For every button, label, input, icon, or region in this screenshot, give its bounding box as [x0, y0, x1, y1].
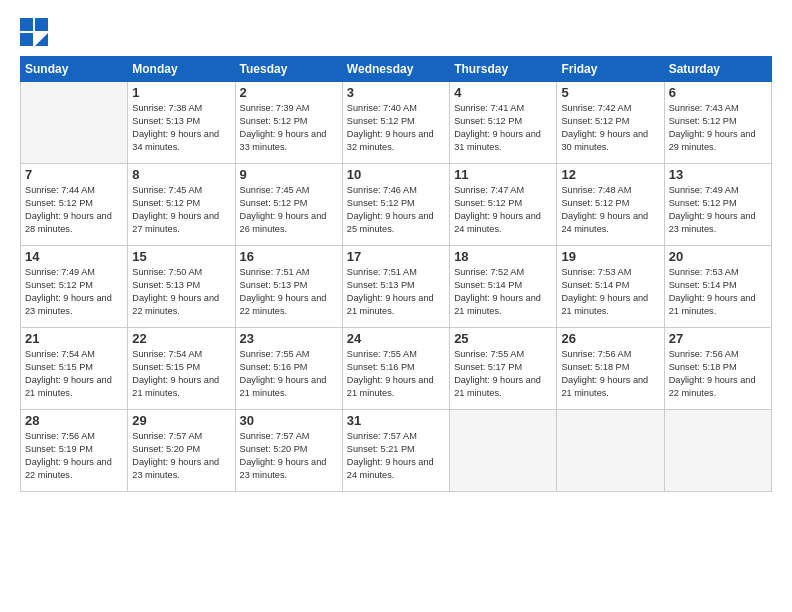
day-info: Sunrise: 7:57 AMSunset: 5:20 PMDaylight:… [132, 430, 230, 482]
page: SundayMondayTuesdayWednesdayThursdayFrid… [0, 0, 792, 612]
calendar-day-cell: 29Sunrise: 7:57 AMSunset: 5:20 PMDayligh… [128, 410, 235, 492]
calendar-day-cell: 1Sunrise: 7:38 AMSunset: 5:13 PMDaylight… [128, 82, 235, 164]
day-info: Sunrise: 7:46 AMSunset: 5:12 PMDaylight:… [347, 184, 445, 236]
weekday-header: Tuesday [235, 57, 342, 82]
calendar-day-cell: 21Sunrise: 7:54 AMSunset: 5:15 PMDayligh… [21, 328, 128, 410]
calendar-day-cell: 20Sunrise: 7:53 AMSunset: 5:14 PMDayligh… [664, 246, 771, 328]
calendar-header: SundayMondayTuesdayWednesdayThursdayFrid… [21, 57, 772, 82]
calendar-day-cell: 16Sunrise: 7:51 AMSunset: 5:13 PMDayligh… [235, 246, 342, 328]
day-number: 3 [347, 85, 445, 100]
day-info: Sunrise: 7:56 AMSunset: 5:19 PMDaylight:… [25, 430, 123, 482]
day-info: Sunrise: 7:53 AMSunset: 5:14 PMDaylight:… [669, 266, 767, 318]
calendar-day-cell: 14Sunrise: 7:49 AMSunset: 5:12 PMDayligh… [21, 246, 128, 328]
day-number: 12 [561, 167, 659, 182]
day-info: Sunrise: 7:47 AMSunset: 5:12 PMDaylight:… [454, 184, 552, 236]
day-info: Sunrise: 7:43 AMSunset: 5:12 PMDaylight:… [669, 102, 767, 154]
day-info: Sunrise: 7:41 AMSunset: 5:12 PMDaylight:… [454, 102, 552, 154]
day-info: Sunrise: 7:49 AMSunset: 5:12 PMDaylight:… [25, 266, 123, 318]
calendar-day-cell [557, 410, 664, 492]
day-info: Sunrise: 7:44 AMSunset: 5:12 PMDaylight:… [25, 184, 123, 236]
calendar-day-cell: 12Sunrise: 7:48 AMSunset: 5:12 PMDayligh… [557, 164, 664, 246]
weekday-header: Monday [128, 57, 235, 82]
day-info: Sunrise: 7:55 AMSunset: 5:17 PMDaylight:… [454, 348, 552, 400]
calendar-day-cell: 26Sunrise: 7:56 AMSunset: 5:18 PMDayligh… [557, 328, 664, 410]
day-info: Sunrise: 7:51 AMSunset: 5:13 PMDaylight:… [240, 266, 338, 318]
calendar-day-cell: 30Sunrise: 7:57 AMSunset: 5:20 PMDayligh… [235, 410, 342, 492]
day-number: 13 [669, 167, 767, 182]
day-number: 19 [561, 249, 659, 264]
day-number: 11 [454, 167, 552, 182]
day-info: Sunrise: 7:42 AMSunset: 5:12 PMDaylight:… [561, 102, 659, 154]
calendar-day-cell: 13Sunrise: 7:49 AMSunset: 5:12 PMDayligh… [664, 164, 771, 246]
day-info: Sunrise: 7:55 AMSunset: 5:16 PMDaylight:… [347, 348, 445, 400]
svg-rect-0 [20, 18, 33, 31]
day-number: 6 [669, 85, 767, 100]
day-info: Sunrise: 7:45 AMSunset: 5:12 PMDaylight:… [240, 184, 338, 236]
calendar-week-row: 21Sunrise: 7:54 AMSunset: 5:15 PMDayligh… [21, 328, 772, 410]
calendar-day-cell: 6Sunrise: 7:43 AMSunset: 5:12 PMDaylight… [664, 82, 771, 164]
day-number: 17 [347, 249, 445, 264]
calendar: SundayMondayTuesdayWednesdayThursdayFrid… [20, 56, 772, 492]
logo-icon [20, 18, 48, 46]
day-number: 9 [240, 167, 338, 182]
day-number: 14 [25, 249, 123, 264]
day-info: Sunrise: 7:40 AMSunset: 5:12 PMDaylight:… [347, 102, 445, 154]
calendar-day-cell: 25Sunrise: 7:55 AMSunset: 5:17 PMDayligh… [450, 328, 557, 410]
day-info: Sunrise: 7:48 AMSunset: 5:12 PMDaylight:… [561, 184, 659, 236]
svg-rect-2 [20, 33, 33, 46]
day-number: 2 [240, 85, 338, 100]
day-number: 5 [561, 85, 659, 100]
day-number: 15 [132, 249, 230, 264]
calendar-day-cell: 24Sunrise: 7:55 AMSunset: 5:16 PMDayligh… [342, 328, 449, 410]
calendar-day-cell: 9Sunrise: 7:45 AMSunset: 5:12 PMDaylight… [235, 164, 342, 246]
day-info: Sunrise: 7:50 AMSunset: 5:13 PMDaylight:… [132, 266, 230, 318]
day-info: Sunrise: 7:56 AMSunset: 5:18 PMDaylight:… [561, 348, 659, 400]
day-number: 28 [25, 413, 123, 428]
logo [20, 18, 52, 46]
day-number: 10 [347, 167, 445, 182]
calendar-day-cell: 2Sunrise: 7:39 AMSunset: 5:12 PMDaylight… [235, 82, 342, 164]
day-number: 20 [669, 249, 767, 264]
calendar-day-cell: 17Sunrise: 7:51 AMSunset: 5:13 PMDayligh… [342, 246, 449, 328]
calendar-day-cell: 19Sunrise: 7:53 AMSunset: 5:14 PMDayligh… [557, 246, 664, 328]
day-number: 27 [669, 331, 767, 346]
day-number: 7 [25, 167, 123, 182]
day-number: 18 [454, 249, 552, 264]
day-info: Sunrise: 7:57 AMSunset: 5:21 PMDaylight:… [347, 430, 445, 482]
calendar-day-cell [21, 82, 128, 164]
day-number: 24 [347, 331, 445, 346]
day-number: 4 [454, 85, 552, 100]
day-info: Sunrise: 7:54 AMSunset: 5:15 PMDaylight:… [25, 348, 123, 400]
calendar-day-cell: 23Sunrise: 7:55 AMSunset: 5:16 PMDayligh… [235, 328, 342, 410]
day-info: Sunrise: 7:55 AMSunset: 5:16 PMDaylight:… [240, 348, 338, 400]
weekday-row: SundayMondayTuesdayWednesdayThursdayFrid… [21, 57, 772, 82]
day-info: Sunrise: 7:49 AMSunset: 5:12 PMDaylight:… [669, 184, 767, 236]
day-info: Sunrise: 7:54 AMSunset: 5:15 PMDaylight:… [132, 348, 230, 400]
day-number: 22 [132, 331, 230, 346]
calendar-week-row: 1Sunrise: 7:38 AMSunset: 5:13 PMDaylight… [21, 82, 772, 164]
calendar-day-cell: 15Sunrise: 7:50 AMSunset: 5:13 PMDayligh… [128, 246, 235, 328]
calendar-day-cell: 4Sunrise: 7:41 AMSunset: 5:12 PMDaylight… [450, 82, 557, 164]
day-info: Sunrise: 7:39 AMSunset: 5:12 PMDaylight:… [240, 102, 338, 154]
day-info: Sunrise: 7:56 AMSunset: 5:18 PMDaylight:… [669, 348, 767, 400]
day-number: 16 [240, 249, 338, 264]
weekday-header: Wednesday [342, 57, 449, 82]
calendar-day-cell [664, 410, 771, 492]
day-number: 21 [25, 331, 123, 346]
weekday-header: Saturday [664, 57, 771, 82]
day-info: Sunrise: 7:38 AMSunset: 5:13 PMDaylight:… [132, 102, 230, 154]
calendar-week-row: 14Sunrise: 7:49 AMSunset: 5:12 PMDayligh… [21, 246, 772, 328]
day-number: 8 [132, 167, 230, 182]
day-number: 23 [240, 331, 338, 346]
day-number: 30 [240, 413, 338, 428]
calendar-day-cell: 11Sunrise: 7:47 AMSunset: 5:12 PMDayligh… [450, 164, 557, 246]
day-info: Sunrise: 7:51 AMSunset: 5:13 PMDaylight:… [347, 266, 445, 318]
calendar-day-cell: 10Sunrise: 7:46 AMSunset: 5:12 PMDayligh… [342, 164, 449, 246]
svg-rect-1 [35, 18, 48, 31]
day-info: Sunrise: 7:57 AMSunset: 5:20 PMDaylight:… [240, 430, 338, 482]
calendar-day-cell: 22Sunrise: 7:54 AMSunset: 5:15 PMDayligh… [128, 328, 235, 410]
calendar-day-cell [450, 410, 557, 492]
svg-marker-3 [35, 33, 48, 46]
header [20, 18, 772, 46]
calendar-day-cell: 3Sunrise: 7:40 AMSunset: 5:12 PMDaylight… [342, 82, 449, 164]
